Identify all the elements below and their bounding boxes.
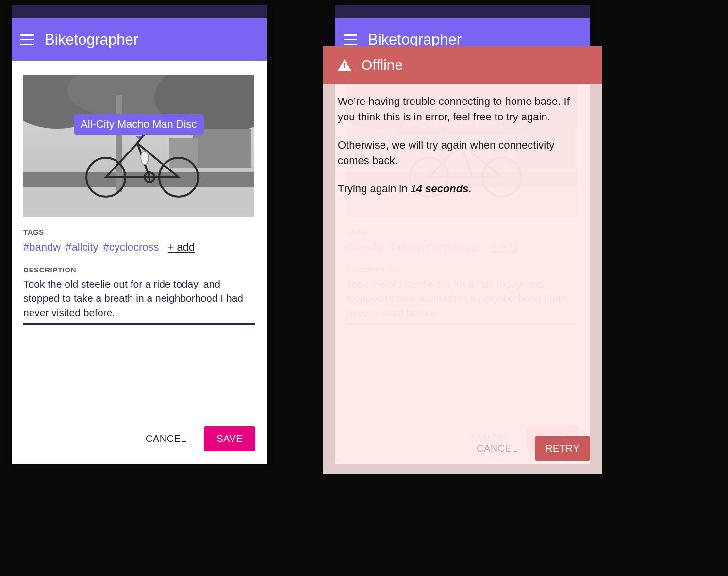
svg-rect-4 — [193, 129, 251, 168]
footer-actions: CANCEL SAVE — [23, 426, 255, 454]
tag-item[interactable]: #bandw — [23, 241, 61, 253]
offline-retry-line: Trying again in 14 seconds. — [338, 181, 587, 197]
status-bar — [12, 5, 267, 18]
tag-item[interactable]: #allcity — [66, 241, 98, 253]
warning-icon — [338, 59, 351, 71]
svg-rect-5 — [169, 138, 198, 168]
content-area: All-City Macho Man Disc TAGS #bandw #all… — [12, 61, 267, 464]
add-tag-link[interactable]: + add — [168, 241, 195, 253]
menu-icon[interactable] — [20, 34, 34, 45]
retry-prefix: Trying again in — [338, 183, 411, 195]
content-area: All-City Macho Man Disc TAGS #bandw #all… — [335, 61, 590, 464]
offline-body: We’re having trouble connecting to home … — [323, 84, 602, 219]
menu-icon[interactable] — [344, 34, 357, 45]
status-bar — [335, 5, 590, 18]
tags-row: #bandw #allcity #cyclocross + add — [23, 239, 255, 255]
app-bar: Biketographer — [12, 18, 267, 61]
retry-countdown: 14 seconds. — [411, 183, 472, 195]
offline-title: Offline — [361, 57, 403, 73]
tag-item[interactable]: #cyclocross — [103, 241, 159, 253]
offline-banner: Offline — [323, 46, 602, 84]
offline-message-2: Otherwise, we will try again when connec… — [338, 137, 587, 169]
phone-mock-offline: Biketographer — [335, 5, 590, 464]
save-button[interactable]: SAVE — [204, 426, 255, 451]
phone-mock-normal: Biketographer — [12, 5, 267, 464]
svg-point-12 — [141, 151, 149, 165]
photo[interactable]: All-City Macho Man Disc — [23, 75, 254, 217]
offline-footer: CANCEL RETRY — [323, 436, 602, 474]
description-field[interactable]: Took the old steelie out for a ride toda… — [23, 276, 255, 325]
retry-button[interactable]: RETRY — [535, 436, 590, 461]
app-title: Biketographer — [45, 31, 138, 49]
offline-overlay: Offline We’re having trouble connecting … — [323, 46, 602, 474]
photo-tooltip: All-City Macho Man Disc — [74, 114, 204, 135]
description-label: DESCRIPTION — [23, 266, 255, 274]
svg-rect-7 — [23, 172, 254, 187]
tags-label: TAGS — [23, 228, 255, 236]
cancel-button[interactable]: CANCEL — [137, 426, 195, 451]
offline-message-1: We’re having trouble connecting to home … — [338, 94, 587, 125]
svg-rect-6 — [23, 185, 254, 217]
offline-cancel-button: CANCEL — [468, 436, 526, 461]
